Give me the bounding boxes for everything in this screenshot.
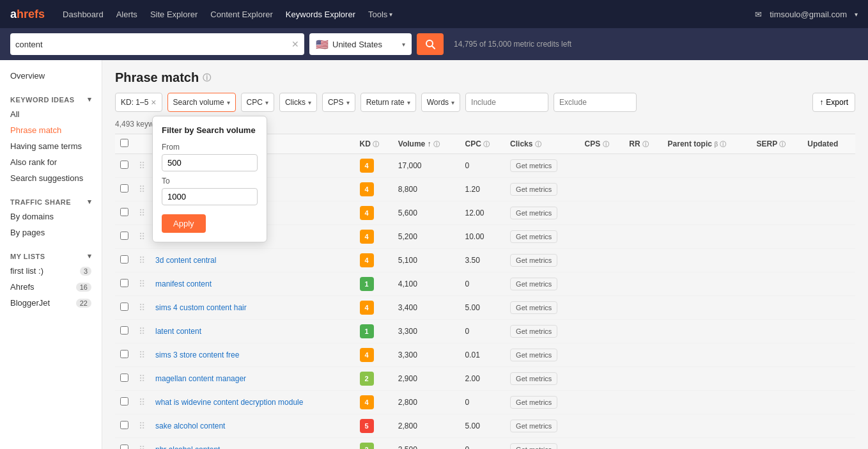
get-metrics-button[interactable]: Get metrics <box>510 396 557 409</box>
th-clicks[interactable]: Clicks ⓘ <box>505 134 580 154</box>
get-metrics-button[interactable]: Get metrics <box>510 254 557 267</box>
row-keyword-link[interactable]: magellan content manager <box>155 374 246 383</box>
nav-alerts[interactable]: Alerts <box>116 10 137 19</box>
sidebar-item-phrase-match[interactable]: Phrase match <box>0 122 102 138</box>
get-metrics-button[interactable]: Get metrics <box>510 420 557 432</box>
include-input[interactable] <box>465 93 548 112</box>
row-keyword-link[interactable]: sims 4 custom content hair <box>155 303 247 312</box>
row-checkbox[interactable] <box>120 350 128 358</box>
cpc-chevron-icon: ▾ <box>265 99 268 106</box>
row-clicks-cell: Get metrics <box>505 414 580 438</box>
th-kd[interactable]: KD ⓘ <box>355 134 393 154</box>
nav-keywords-explorer[interactable]: Keywords Explorer <box>286 10 355 19</box>
sidebar-item-list-2[interactable]: BloggerJet 22 <box>0 295 102 311</box>
country-select[interactable]: 🇺🇸 United States ▾ <box>309 33 412 55</box>
get-metrics-button[interactable]: Get metrics <box>510 159 557 172</box>
sidebar-item-list-0[interactable]: first list :) 3 <box>0 263 102 279</box>
clicks-dropdown[interactable]: Clicks ▾ <box>279 93 317 112</box>
nav-dashboard[interactable]: Dashboard <box>63 10 104 19</box>
cps-label: CPS <box>328 98 344 107</box>
row-checkbox[interactable] <box>120 303 128 311</box>
row-kd-badge: 4 <box>360 182 374 196</box>
sv-to-input[interactable] <box>162 188 258 205</box>
kd-filter-remove-icon[interactable]: × <box>151 97 156 107</box>
row-checkbox[interactable] <box>120 445 128 449</box>
sidebar-item-search-suggestions[interactable]: Search suggestions <box>0 170 102 186</box>
sidebar-item-by-domains[interactable]: By domains <box>0 209 102 224</box>
user-email[interactable]: timsoulo@gmail.com <box>770 10 847 19</box>
th-rr[interactable]: RR ⓘ <box>624 134 662 154</box>
row-keyword-link[interactable]: manifest content <box>155 280 212 288</box>
page-title-info-icon[interactable]: ⓘ <box>203 72 211 84</box>
row-checkbox[interactable] <box>120 397 128 406</box>
nav-content-explorer[interactable]: Content Explorer <box>210 10 273 19</box>
cpc-dropdown[interactable]: CPC ▾ <box>241 93 274 112</box>
clear-icon[interactable]: ✕ <box>291 39 299 49</box>
drag-icon: ⠿ <box>139 232 145 242</box>
cps-dropdown[interactable]: CPS ▾ <box>322 93 355 112</box>
row-checkbox[interactable] <box>120 161 128 169</box>
th-cpc[interactable]: CPC ⓘ <box>460 134 506 154</box>
row-checkbox[interactable] <box>120 255 128 264</box>
export-button[interactable]: ↑ Export <box>812 93 855 112</box>
search-volume-dropdown[interactable]: Search volume ▾ <box>167 93 236 112</box>
exclude-input[interactable] <box>554 93 637 112</box>
sidebar-item-all[interactable]: All <box>0 106 102 122</box>
th-volume[interactable]: Volume ↑ ⓘ <box>393 134 460 154</box>
row-keyword-cell: magellan content manager <box>150 367 355 391</box>
tools-chevron-icon: ▾ <box>389 11 392 18</box>
sidebar-heading-keyword-ideas[interactable]: Keyword ideas ▾ <box>0 91 102 106</box>
sv-from-input[interactable] <box>162 154 258 171</box>
sidebar-heading-my-lists[interactable]: MY LISTS ▾ <box>0 248 102 263</box>
sidebar-heading-traffic-share[interactable]: Traffic share ▾ <box>0 194 102 209</box>
row-checkbox[interactable] <box>120 374 128 382</box>
get-metrics-button[interactable]: Get metrics <box>510 230 557 243</box>
th-serp[interactable]: SERP ⓘ <box>751 134 802 154</box>
get-metrics-button[interactable]: Get metrics <box>510 207 557 219</box>
row-checkbox[interactable] <box>120 208 128 216</box>
row-keyword-link[interactable]: 3d content central <box>155 256 216 265</box>
get-metrics-button[interactable]: Get metrics <box>510 325 557 338</box>
row-volume-cell: 3,400 <box>393 296 460 320</box>
select-all-checkbox[interactable] <box>120 139 128 147</box>
row-clicks-cell: Get metrics <box>505 154 580 178</box>
sidebar-item-overview[interactable]: Overview <box>0 68 102 84</box>
row-checkbox[interactable] <box>120 421 128 429</box>
row-checkbox[interactable] <box>120 279 128 287</box>
return-rate-dropdown[interactable]: Return rate ▾ <box>360 93 416 112</box>
nav-tools[interactable]: Tools ▾ <box>368 10 392 19</box>
row-keyword-link[interactable]: sake alcohol content <box>155 421 225 430</box>
row-kd-cell: 4 <box>355 296 393 320</box>
search-button[interactable] <box>417 33 444 55</box>
get-metrics-button[interactable]: Get metrics <box>510 349 557 361</box>
row-parent-topic-cell <box>663 225 752 249</box>
row-cpc-cell: 0 <box>460 391 506 414</box>
kd-filter-chip[interactable]: KD: 1–5 × <box>115 93 162 112</box>
notification-icon[interactable]: ✉ <box>755 10 762 19</box>
sidebar-item-also-rank-for[interactable]: Also rank for <box>0 154 102 170</box>
row-keyword-link[interactable]: sims 3 store content free <box>155 351 239 359</box>
row-keyword-link[interactable]: what is widevine content decryption modu… <box>155 398 303 407</box>
th-parent-topic[interactable]: Parent topic β ⓘ <box>663 134 752 154</box>
nav-site-explorer[interactable]: Site Explorer <box>150 10 198 19</box>
get-metrics-button[interactable]: Get metrics <box>510 372 557 385</box>
sidebar-item-having-same-terms[interactable]: Having same terms <box>0 138 102 154</box>
get-metrics-button[interactable]: Get metrics <box>510 443 557 449</box>
get-metrics-button[interactable]: Get metrics <box>510 183 557 196</box>
row-keyword-link[interactable]: pbr alcohol content <box>155 445 220 449</box>
row-kd-badge: 4 <box>360 253 374 267</box>
sv-apply-button[interactable]: Apply <box>162 214 206 233</box>
row-checkbox[interactable] <box>120 232 128 240</box>
sidebar-section-overview: Overview <box>0 68 102 84</box>
row-keyword-link[interactable]: latent content <box>155 327 201 336</box>
get-metrics-button[interactable]: Get metrics <box>510 278 557 290</box>
row-checkbox[interactable] <box>120 326 128 335</box>
words-dropdown[interactable]: Words ▾ <box>421 93 460 112</box>
row-checkbox[interactable] <box>120 184 128 193</box>
th-updated[interactable]: Updated <box>802 134 855 154</box>
search-input[interactable] <box>15 40 289 49</box>
get-metrics-button[interactable]: Get metrics <box>510 301 557 314</box>
sidebar-item-list-1[interactable]: Ahrefs 16 <box>0 279 102 295</box>
sidebar-item-by-pages[interactable]: By pages <box>0 224 102 240</box>
th-cps[interactable]: CPS ⓘ <box>580 134 624 154</box>
